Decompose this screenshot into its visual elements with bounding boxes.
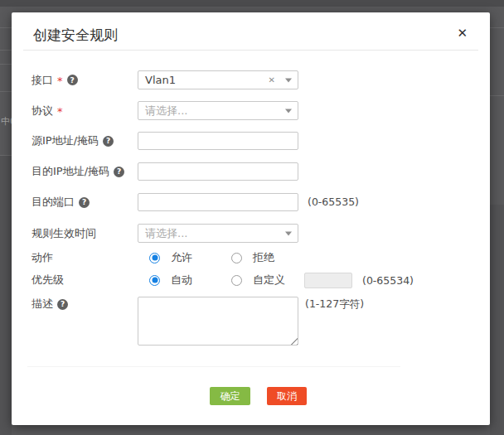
ok-button[interactable]: 确定 [210,387,250,405]
chevron-down-icon [285,109,292,113]
priority-hint: (0-65534) [362,273,414,288]
clear-icon[interactable]: ✕ [269,76,275,85]
action-allow-label[interactable]: 允许 [171,250,192,265]
priority-custom-input [304,273,352,288]
action-deny-label[interactable]: 拒绝 [253,250,274,265]
priority-auto-label[interactable]: 自动 [171,273,192,288]
chevron-down-icon [285,78,292,82]
interface-select[interactable]: Vlan1 ✕ [138,70,298,89]
action-deny-radio[interactable]: 拒绝 [231,252,274,263]
protocol-select-placeholder: 请选择... [145,104,187,118]
radio-checked-icon[interactable] [149,253,160,263]
close-icon[interactable]: ✕ [457,27,468,40]
destination-ip-label: 目的IP地址/掩码? [32,162,124,181]
background-table-line [490,27,504,28]
required-mark: * [57,108,63,116]
help-icon[interactable]: ? [114,167,124,177]
background-table-line [0,91,12,92]
radio-unchecked-icon[interactable] [231,253,242,263]
radio-unchecked-icon[interactable] [231,275,242,286]
footer-divider [27,366,400,367]
effective-time-select[interactable]: 请选择... [138,224,298,243]
priority-custom-radio[interactable]: 自定义 [231,274,285,286]
help-icon[interactable]: ? [79,197,90,208]
protocol-label: 协议* [32,101,63,120]
effective-time-select-placeholder: 请选择... [145,226,187,241]
destination-port-hint: (0-65535) [308,193,359,211]
description-label: 描述? [32,298,68,310]
help-icon[interactable]: ? [67,75,78,85]
background-table-line [0,27,12,28]
create-security-rule-dialog: 创建安全规则 ✕ 接口*? Vlan1 ✕ 协议* 请选择... 源IP地址/掩… [12,12,490,425]
help-icon[interactable]: ? [103,136,114,147]
background-table-line [0,64,12,65]
priority-auto-radio[interactable]: 自动 [149,274,192,286]
destination-port-input[interactable] [138,193,298,211]
action-allow-radio[interactable]: 允许 [149,252,192,263]
source-ip-input[interactable] [138,132,298,150]
cancel-button[interactable]: 取消 [267,387,307,405]
destination-port-label: 目的端口? [32,193,90,211]
priority-custom-label[interactable]: 自定义 [253,273,285,288]
background-table-line [0,50,12,51]
description-textarea[interactable] [138,297,298,346]
required-mark: * [57,77,63,85]
action-label: 动作 [32,252,53,263]
priority-label: 优先级 [32,274,64,286]
radio-checked-icon[interactable] [149,275,160,286]
effective-time-label: 规则生效时间 [32,224,96,243]
background-top-band [0,0,504,7]
description-hint: (1-127字符) [305,298,364,310]
protocol-select[interactable]: 请选择... [138,101,298,120]
source-ip-label: 源IP地址/掩码? [32,132,114,150]
chevron-down-icon [285,231,292,235]
interface-label: 接口*? [32,70,78,89]
title-divider [23,50,478,51]
background-band [490,205,504,435]
destination-ip-input[interactable] [138,162,298,181]
interface-select-value: Vlan1 [145,74,176,86]
dialog-title: 创建安全规则 [33,27,118,43]
help-icon[interactable]: ? [57,299,68,310]
background-table-line [490,95,504,96]
background-band [0,156,12,435]
